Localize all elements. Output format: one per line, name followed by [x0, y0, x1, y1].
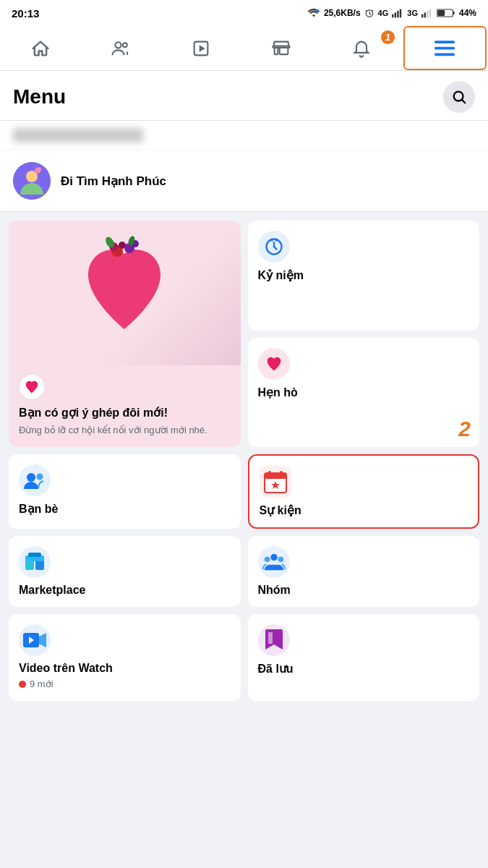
- menu-grid: Bạn có gợi ý ghép đôi mới! Đừng bỏ lỡ cơ…: [0, 212, 488, 710]
- video-watch-card[interactable]: Video trên Watch 9 mới: [9, 614, 241, 701]
- svg-rect-5: [400, 9, 401, 17]
- dating-card[interactable]: Bạn có gợi ý ghép đôi mới! Đừng bỏ lỡ cơ…: [9, 221, 241, 447]
- ky-niem-icon: [258, 231, 290, 263]
- profile-name: Đi Tìm Hạnh Phúc: [61, 174, 166, 189]
- video-icon: [19, 624, 51, 656]
- svg-rect-18: [275, 47, 278, 54]
- ky-niem-label: Kỷ niệm: [258, 268, 470, 282]
- dating-desc: Đừng bỏ lỡ cơ hội kết nối với người mới …: [19, 424, 231, 437]
- wifi-icon: [307, 8, 320, 18]
- hen-ho-label: Hẹn hò: [258, 386, 470, 399]
- signal2-icon: [421, 8, 433, 18]
- nav-home[interactable]: [0, 26, 80, 70]
- svg-marker-16: [200, 45, 205, 51]
- nav-bar: 1: [0, 26, 488, 71]
- marketplace-nav-icon: [271, 38, 291, 59]
- svg-rect-22: [435, 53, 455, 56]
- signal-icon: [392, 8, 403, 18]
- nav-menu[interactable]: [403, 26, 487, 70]
- status-speed: 25,6KB/s: [324, 8, 361, 18]
- friends-nav-icon: [111, 38, 131, 59]
- svg-rect-21: [435, 46, 455, 49]
- svg-rect-6: [421, 14, 423, 18]
- dating-illustration: [77, 235, 171, 351]
- svg-rect-44: [35, 560, 44, 570]
- svg-rect-39: [265, 473, 286, 479]
- avatar-image: [13, 162, 51, 200]
- svg-point-47: [270, 554, 277, 561]
- avatar: [13, 162, 51, 200]
- page-header: Menu: [0, 71, 488, 121]
- red-dot: [19, 681, 26, 688]
- video-label: Video trên Watch: [19, 662, 231, 675]
- svg-rect-7: [424, 12, 426, 17]
- svg-rect-40: [268, 471, 271, 475]
- svg-rect-19: [280, 47, 288, 54]
- nav-friends[interactable]: [80, 26, 160, 70]
- svg-rect-8: [427, 11, 428, 18]
- svg-rect-3: [395, 12, 396, 17]
- svg-rect-41: [280, 471, 283, 475]
- battery-level: 44%: [459, 8, 476, 18]
- svg-point-0: [315, 9, 319, 13]
- da-luu-icon: [258, 624, 290, 656]
- annotation-2: 2: [458, 417, 471, 441]
- blurred-profile-bar: [0, 121, 488, 150]
- nhom-icon: [258, 546, 290, 578]
- battery-icon: [437, 8, 455, 18]
- search-button[interactable]: [443, 81, 475, 113]
- status-time: 20:13: [12, 7, 39, 20]
- svg-point-36: [27, 473, 35, 482]
- blurred-name: [13, 128, 143, 142]
- svg-rect-20: [435, 41, 455, 43]
- marketplace-label: Marketplace: [19, 584, 231, 597]
- nhom-label: Nhóm: [258, 584, 470, 597]
- ban-be-icon: [19, 464, 51, 496]
- svg-rect-9: [429, 9, 431, 17]
- svg-rect-2: [392, 14, 393, 18]
- svg-point-14: [123, 43, 127, 47]
- svg-point-49: [278, 557, 283, 563]
- profile-section[interactable]: Đi Tìm Hạnh Phúc: [0, 150, 488, 212]
- video-badge-text: 9 mới: [30, 678, 53, 689]
- svg-rect-11: [453, 12, 454, 14]
- su-kien-icon: [260, 466, 291, 498]
- ky-niem-card[interactable]: Kỷ niệm: [248, 221, 480, 331]
- nav-watch[interactable]: [160, 26, 241, 70]
- nav-marketplace[interactable]: [241, 26, 322, 70]
- hamburger-icon: [435, 38, 455, 59]
- nav-notifications[interactable]: 1: [322, 26, 402, 70]
- hen-ho-icon: [258, 348, 290, 380]
- ban-be-label: Bạn bè: [19, 502, 231, 516]
- da-luu-card[interactable]: Đã lưu: [248, 614, 480, 701]
- watch-nav-icon: [191, 38, 211, 59]
- ban-be-card[interactable]: Bạn bè: [9, 454, 241, 529]
- status-right: 25,6KB/s 4G 3G 44%: [307, 8, 476, 18]
- home-icon: [30, 38, 51, 59]
- su-kien-label: Sự kiện: [260, 503, 468, 517]
- marketplace-icon: [19, 546, 51, 578]
- notification-badge: 1: [381, 30, 395, 44]
- svg-point-37: [37, 474, 43, 480]
- page-title: Menu: [13, 85, 66, 109]
- video-badge: 9 mới: [19, 678, 53, 689]
- marketplace-card[interactable]: Marketplace: [9, 536, 241, 607]
- svg-rect-53: [268, 632, 273, 644]
- dating-heart-icon: [19, 374, 45, 400]
- search-icon: [451, 89, 467, 105]
- svg-rect-4: [397, 11, 398, 18]
- svg-rect-43: [25, 560, 34, 570]
- dating-title: Bạn có gợi ý ghép đôi mới!: [19, 406, 231, 420]
- hen-ho-card[interactable]: Hẹn hò 2: [248, 338, 480, 448]
- svg-point-13: [115, 42, 121, 48]
- svg-rect-12: [437, 10, 445, 16]
- su-kien-card[interactable]: Sự kiện: [248, 454, 480, 529]
- svg-point-27: [37, 167, 41, 171]
- bell-icon: [351, 38, 372, 59]
- dating-card-body: Bạn có gợi ý ghép đôi mới! Đừng bỏ lỡ cơ…: [9, 365, 241, 447]
- svg-point-48: [264, 557, 270, 563]
- nhom-card[interactable]: Nhóm: [248, 536, 480, 607]
- svg-rect-46: [28, 553, 41, 557]
- da-luu-label: Đã lưu: [258, 662, 470, 676]
- dating-card-image: [9, 221, 241, 365]
